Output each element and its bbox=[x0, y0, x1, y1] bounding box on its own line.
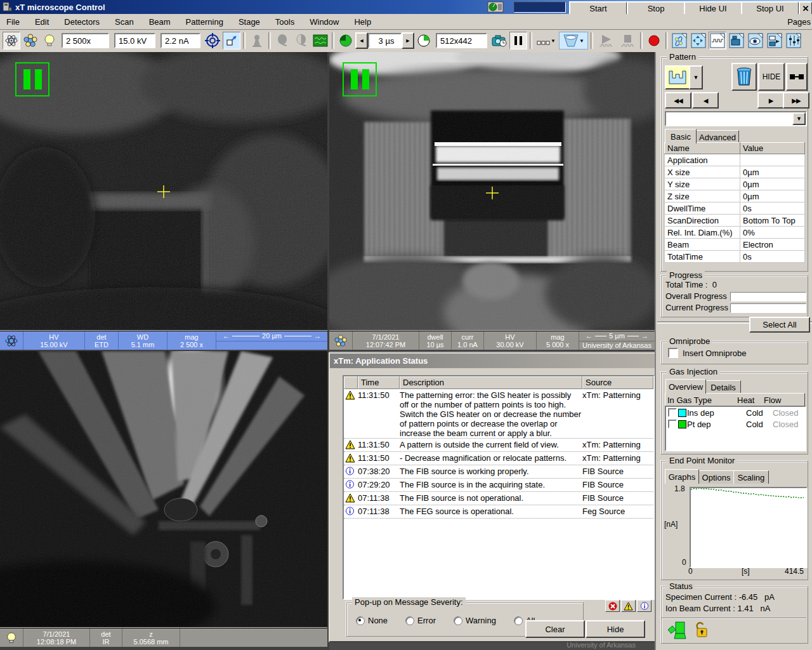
combobox-dropdown-button[interactable]: ▼ bbox=[792, 112, 806, 125]
radio-warning[interactable]: Warning bbox=[454, 616, 496, 625]
next-pattern-button[interactable]: ▶ bbox=[757, 92, 784, 109]
pattern-properties-table[interactable]: NameValue Application X size0µm Y size0µ… bbox=[664, 142, 805, 263]
stage-button[interactable] bbox=[248, 32, 266, 50]
table-row[interactable]: Y size0µm bbox=[665, 178, 805, 190]
unlocked-padlock-icon[interactable] bbox=[693, 621, 710, 639]
message-row[interactable]: 07:11:38 The FEG source is operational. … bbox=[344, 505, 653, 519]
dwell-increase-button[interactable]: ► bbox=[402, 32, 414, 49]
gas-row-ins-dep[interactable]: Ins dep Cold Closed bbox=[666, 407, 805, 418]
filter-info-button[interactable] bbox=[637, 600, 652, 612]
hide-ui-button[interactable]: Hide UI bbox=[684, 1, 742, 15]
pattern-select-combobox[interactable]: ▼ bbox=[665, 111, 807, 126]
menu-edit[interactable]: Edit bbox=[34, 16, 50, 28]
electron-beam-button[interactable] bbox=[3, 32, 20, 50]
previous-pattern-button[interactable]: ◀ bbox=[692, 92, 719, 109]
menu-stage[interactable]: Stage bbox=[237, 16, 261, 28]
table-row[interactable]: TotalTime0s bbox=[665, 251, 805, 263]
menu-help[interactable]: Help bbox=[353, 16, 372, 28]
pause-scan-button[interactable] bbox=[509, 32, 527, 50]
dwell-time-field[interactable]: 3 µs bbox=[368, 33, 402, 48]
filter-error-button[interactable] bbox=[605, 600, 620, 612]
application-status-titlebar[interactable]: xTm: Application Status bbox=[330, 354, 656, 368]
dcfi-button[interactable] bbox=[311, 32, 329, 50]
menu-tools[interactable]: Tools bbox=[274, 16, 296, 28]
pattern-type-dropdown[interactable]: ▼ bbox=[689, 65, 703, 90]
page-beam-control-button[interactable] bbox=[671, 32, 688, 50]
high-voltage-field[interactable]: 15.0 kV bbox=[114, 33, 155, 48]
table-row[interactable]: DwellTime0s bbox=[665, 202, 805, 215]
ion-beam-button[interactable] bbox=[22, 32, 39, 50]
quad1-electron-image[interactable] bbox=[0, 52, 327, 330]
menu-window[interactable]: Window bbox=[308, 16, 340, 28]
menu-file[interactable]: File bbox=[5, 16, 21, 28]
gis-status-icon[interactable] bbox=[667, 621, 688, 641]
start-button[interactable]: Start bbox=[569, 1, 627, 15]
table-row[interactable]: Z size0µm bbox=[665, 190, 805, 202]
beam-shift-reset-button[interactable] bbox=[204, 32, 221, 50]
page-navigation-button[interactable] bbox=[690, 32, 707, 50]
tab-options[interactable]: Options bbox=[698, 470, 734, 484]
message-row[interactable]: 07:11:38 The FIB source is not operation… bbox=[344, 492, 653, 505]
select-all-button[interactable]: Select All bbox=[749, 317, 810, 333]
hide-button[interactable]: Hide bbox=[586, 620, 645, 638]
detector-half-button[interactable] bbox=[292, 32, 310, 50]
radio-error[interactable]: Error bbox=[405, 616, 436, 625]
page-settings-button[interactable] bbox=[785, 32, 802, 50]
stop-button[interactable]: Stop bbox=[627, 1, 685, 15]
tab-scaling[interactable]: Scaling bbox=[733, 470, 769, 484]
page-detectors-button[interactable] bbox=[747, 32, 764, 50]
beam-current-field[interactable]: 2.2 nA bbox=[160, 33, 200, 48]
menu-patterning[interactable]: Patterning bbox=[185, 16, 225, 28]
pattern-play-button[interactable] bbox=[596, 32, 616, 50]
first-pattern-button[interactable]: ◀◀ bbox=[665, 92, 691, 109]
pattern-stop-button[interactable] bbox=[617, 32, 638, 50]
filter-warning-button[interactable] bbox=[621, 600, 636, 612]
magnification-field[interactable]: 2 500x bbox=[62, 33, 109, 48]
table-row[interactable]: Rel. Int. Diam.(%)0% bbox=[665, 227, 805, 239]
menu-beam[interactable]: Beam bbox=[148, 16, 172, 28]
message-row[interactable]: 11:31:50 - Decrease magnification or rel… bbox=[344, 452, 653, 465]
gas-checkbox[interactable] bbox=[668, 408, 677, 417]
tab-overview[interactable]: Overview bbox=[665, 379, 706, 394]
tab-advanced[interactable]: Advanced bbox=[696, 130, 739, 143]
table-row[interactable]: BeamElectron bbox=[665, 239, 805, 251]
last-pattern-button[interactable]: ▶▶ bbox=[783, 92, 809, 109]
scan-speed-button[interactable] bbox=[337, 32, 355, 50]
close-button[interactable]: ✕ bbox=[799, 1, 812, 15]
insert-omniprobe-checkbox[interactable] bbox=[668, 348, 678, 358]
message-row[interactable]: 07:29:20 The FIB source is in the acquir… bbox=[344, 479, 653, 492]
detector-a-button[interactable] bbox=[273, 32, 291, 50]
clear-button[interactable]: Clear bbox=[525, 620, 585, 638]
menu-pages[interactable]: Pages bbox=[786, 16, 812, 28]
tab-details[interactable]: Details bbox=[705, 380, 741, 394]
quad-view-button[interactable]: ▼ bbox=[535, 32, 558, 50]
menu-detectors[interactable]: Detectors bbox=[63, 16, 101, 28]
page-processing-button[interactable] bbox=[728, 32, 745, 50]
table-row[interactable]: Application bbox=[665, 154, 805, 166]
pattern-type-button[interactable] bbox=[665, 65, 690, 90]
scan-time-button[interactable] bbox=[415, 32, 433, 50]
lens-mode-button[interactable]: ▼ bbox=[559, 32, 588, 50]
menu-scan[interactable]: Scan bbox=[114, 16, 135, 28]
snapshot-button[interactable] bbox=[490, 32, 508, 50]
record-movie-button[interactable] bbox=[645, 32, 663, 50]
reduced-area-button[interactable] bbox=[223, 32, 240, 50]
message-row[interactable]: 11:31:50 The patterning error: the GIS h… bbox=[344, 389, 653, 439]
quad2-ion-image[interactable] bbox=[329, 52, 655, 330]
gas-row-pt-dep[interactable]: Pt dep Cold Closed bbox=[666, 418, 805, 430]
quad3-ccd-image[interactable] bbox=[0, 351, 327, 627]
message-row[interactable]: 07:38:20 The FIB source is working prope… bbox=[344, 465, 653, 479]
table-row[interactable]: ScanDirectionBottom To Top bbox=[665, 215, 805, 227]
hide-patterns-button[interactable]: HIDE bbox=[758, 63, 785, 91]
delete-pattern-button[interactable] bbox=[731, 63, 757, 91]
dwell-decrease-button[interactable]: ◄ bbox=[355, 32, 368, 49]
tab-graphs[interactable]: Graphs bbox=[665, 469, 699, 484]
page-patterning-button[interactable] bbox=[709, 32, 726, 50]
tab-basic[interactable]: Basic bbox=[665, 129, 697, 143]
gas-checkbox[interactable] bbox=[668, 420, 677, 428]
radio-none[interactable]: None bbox=[356, 616, 388, 625]
message-list[interactable]: Time Description Source 11:31:50 The pat… bbox=[343, 375, 655, 600]
table-row[interactable]: X size0µm bbox=[665, 166, 805, 178]
page-export-button[interactable] bbox=[766, 32, 783, 50]
message-row[interactable]: 11:31:50 A pattern is outside the curren… bbox=[344, 439, 653, 452]
